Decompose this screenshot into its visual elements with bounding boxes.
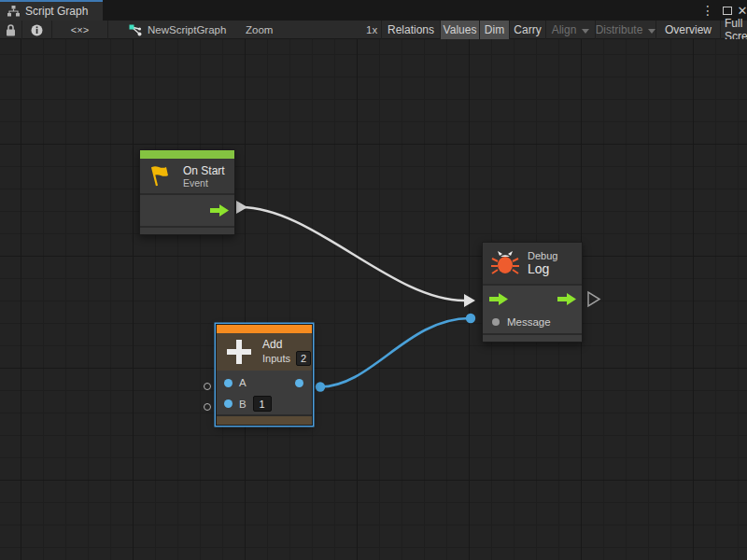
overview-button[interactable]: Overview (656, 21, 720, 39)
value-ring-a-icon[interactable] (204, 383, 211, 390)
log-flow-row (483, 284, 582, 311)
add-port-row-b: B 1 (217, 393, 312, 414)
graph-wires (0, 39, 747, 560)
graph-toolbar: <×> NewScriptGraph Zoom 1x Relations Val… (0, 21, 747, 39)
math-accent-bar (217, 325, 312, 333)
value-input-port-a[interactable] (224, 379, 233, 387)
values-button[interactable]: Values (441, 21, 479, 39)
node-kind: Debug (528, 250, 557, 261)
graph-tab-icon (7, 6, 20, 17)
flow-output-port-icon[interactable] (210, 204, 229, 217)
flow-out-connector-icon[interactable] (236, 201, 247, 214)
wire-arrowhead-icon (464, 294, 475, 307)
node-footer-brown (217, 414, 312, 425)
node-on-start-event[interactable]: On Start Event (139, 149, 235, 235)
dim-button[interactable]: Dim (480, 21, 509, 39)
node-subtitle: Event (183, 177, 225, 189)
tab-bar: Script Graph ⋮ ✕ (0, 0, 747, 21)
toolbar-divider (107, 21, 108, 39)
chevron-down-icon (582, 29, 589, 34)
lock-icon (6, 24, 16, 36)
event-accent-bar (140, 150, 234, 159)
code-view-button[interactable]: <×> (52, 21, 107, 39)
node-footer (483, 333, 582, 342)
value-output-port[interactable] (295, 379, 303, 387)
distribute-label: Distribute (596, 23, 643, 36)
lock-button[interactable] (0, 21, 21, 39)
tab-script-graph[interactable]: Script Graph (0, 0, 103, 21)
carry-button[interactable]: Carry (510, 21, 545, 39)
port-b-value-field[interactable]: 1 (253, 396, 272, 412)
inputs-count-field[interactable]: 2 (296, 351, 311, 366)
zoom-value: 1x (366, 21, 377, 39)
port-a-label: A (239, 377, 247, 388)
script-graph-window: Script Graph ⋮ ✕ <×> (0, 0, 747, 560)
zoom-label: Zoom (246, 21, 273, 39)
graph-canvas[interactable]: On Start Event (0, 39, 747, 560)
fullscreen-button[interactable]: Full Screen (721, 21, 747, 39)
maximize-box (723, 7, 732, 15)
info-icon (31, 24, 43, 36)
node-title: Add (262, 338, 311, 351)
kebab-menu-icon[interactable]: ⋮ (700, 0, 715, 21)
tab-label: Script Graph (25, 5, 88, 18)
node-title: Log (528, 261, 557, 276)
value-input-port-b[interactable] (224, 399, 233, 408)
on-start-output-row (140, 195, 234, 226)
relations-button[interactable]: Relations (382, 21, 440, 39)
flag-icon (148, 165, 174, 188)
graph-asset-icon (129, 24, 142, 36)
node-footer (140, 226, 234, 234)
plus-icon (225, 338, 253, 366)
port-b-label: B (239, 399, 247, 410)
wire-add-to-message[interactable] (320, 318, 470, 387)
message-input-port[interactable] (492, 318, 500, 326)
wire-onstart-to-log[interactable] (241, 207, 464, 301)
info-button[interactable] (22, 21, 51, 39)
log-message-row: Message (483, 311, 582, 333)
graph-asset[interactable]: NewScriptGraph (129, 21, 226, 39)
inputs-row: Inputs 2 (262, 351, 311, 366)
graph-name-label: NewScriptGraph (148, 24, 226, 35)
bug-icon (491, 250, 519, 276)
node-add[interactable]: Add Inputs 2 A B 1 (216, 324, 313, 426)
flow-input-port-icon[interactable] (489, 293, 508, 305)
code-icon: <×> (71, 24, 89, 35)
inputs-label: Inputs (262, 353, 290, 364)
align-button[interactable]: Align (546, 21, 595, 39)
message-port-label: Message (507, 316, 551, 328)
node-title: On Start (183, 164, 225, 177)
distribute-button[interactable]: Distribute (596, 21, 655, 39)
flow-continue-triangle-icon[interactable] (588, 292, 599, 306)
flow-output-port-icon[interactable] (557, 293, 576, 305)
value-ring-b-icon[interactable] (204, 403, 211, 411)
add-port-row-a: A (217, 372, 312, 393)
node-debug-log[interactable]: Debug Log Message (482, 242, 583, 343)
align-label: Align (552, 23, 577, 36)
